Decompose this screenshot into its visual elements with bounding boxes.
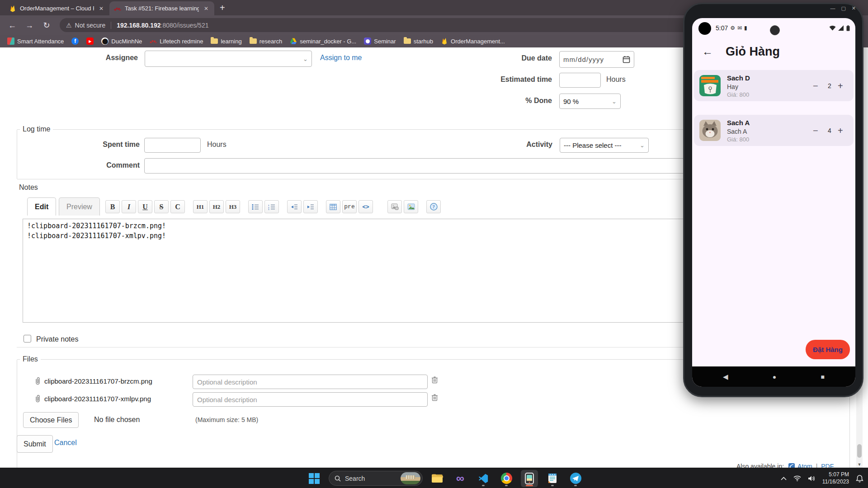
github-icon: ⬤ <box>101 38 108 45</box>
notification-bubble[interactable] <box>698 22 711 35</box>
nav-back-icon[interactable]: ◀ <box>723 373 728 381</box>
bookmark-folder-starhub[interactable]: starhub <box>404 38 433 45</box>
search-placeholder: Search <box>345 475 365 482</box>
cart-title: Giỏ Hàng <box>726 45 780 59</box>
bookmark-youtube[interactable]: ▶ <box>86 38 94 45</box>
bookmark-smart-attendance[interactable]: Smart Attendance <box>7 38 64 45</box>
scrollbar-thumb[interactable] <box>857 444 862 458</box>
nav-home-icon[interactable]: ● <box>773 373 776 380</box>
assignee-select[interactable]: ⌄ <box>145 51 312 67</box>
bookmark-github[interactable]: ⬤DucMinhNe <box>101 38 142 45</box>
bookmark-seminar[interactable]: Seminar <box>364 38 396 45</box>
address-bar[interactable]: ⚠ Not secure 192.168.80.192 :8080/issues… <box>60 18 756 32</box>
underline-button[interactable]: U <box>138 200 152 213</box>
assignee-label: Assignee <box>0 54 138 62</box>
taskbar: Search ∞ 5:07 PM 11/16/2023 <box>0 468 868 488</box>
tray-chevron-icon[interactable] <box>781 477 787 480</box>
maximize-icon[interactable]: ▢ <box>841 5 845 11</box>
cart-item-sach-d[interactable]: Sach D Hay Giá: 800 − 2 + <box>694 70 854 101</box>
reload-icon[interactable]: ↻ <box>40 19 53 32</box>
submit-button[interactable]: Submit <box>17 435 53 453</box>
bookmark-folder-research[interactable]: research <box>250 38 283 45</box>
item-price: Giá: 800 <box>727 136 749 143</box>
cart-item-sach-a[interactable]: Sach A Sach A Giá: 800 − 4 + <box>694 115 854 146</box>
close-icon[interactable]: ✕ <box>852 5 856 11</box>
strikethrough-button[interactable]: S <box>154 200 169 213</box>
notes-preview-tab[interactable]: Preview <box>59 197 100 216</box>
activity-select[interactable]: --- Please select ---⌄ <box>560 138 649 153</box>
attachment-description-input[interactable] <box>193 375 428 389</box>
visual-studio-icon[interactable]: ∞ <box>452 470 469 487</box>
tab-close-icon[interactable]: ✕ <box>98 5 105 12</box>
outdent-button[interactable] <box>287 200 302 213</box>
code-button[interactable]: <> <box>359 200 373 213</box>
private-notes-checkbox[interactable] <box>24 335 31 343</box>
help-icon[interactable]: ? <box>426 200 441 213</box>
emulator-taskbar-icon[interactable] <box>521 470 538 487</box>
decrease-quantity-button[interactable]: − <box>813 126 818 136</box>
table-button[interactable] <box>326 200 340 213</box>
new-tab-button[interactable]: + <box>220 3 225 13</box>
nav-recents-icon[interactable]: ■ <box>821 373 825 380</box>
bookmark-facebook[interactable]: f <box>71 38 79 45</box>
indent-button[interactable] <box>303 200 318 213</box>
estimated-time-input[interactable] <box>559 73 601 88</box>
back-icon[interactable]: ← <box>5 19 19 32</box>
minimize-icon[interactable]: — <box>830 5 835 11</box>
delete-attachment-icon[interactable] <box>431 376 438 384</box>
chevron-down-icon: ⌄ <box>640 142 645 149</box>
bookmark-folder-learning[interactable]: learning <box>211 38 241 45</box>
chrome-icon[interactable] <box>498 470 515 487</box>
vscode-icon[interactable] <box>475 470 492 487</box>
bold-button[interactable]: B <box>105 200 120 213</box>
choose-files-button[interactable]: Choose Files <box>23 412 79 428</box>
italic-button[interactable]: I <box>122 200 136 213</box>
bullet-list-button[interactable] <box>248 200 263 213</box>
tray-volume-icon[interactable] <box>808 475 816 482</box>
spent-time-input[interactable] <box>144 138 201 153</box>
cat-image <box>699 120 721 141</box>
percent-done-select[interactable]: 90 %⌄ <box>559 94 621 109</box>
taskbar-search[interactable]: Search <box>329 471 423 486</box>
inline-code-button[interactable]: C <box>170 200 185 213</box>
bookmark-ordermanagement[interactable]: OrderManagement... <box>441 38 505 45</box>
back-arrow-icon[interactable]: ← <box>702 45 713 58</box>
start-button[interactable] <box>306 470 323 487</box>
due-date-input[interactable]: mm/dd/yyyy <box>559 51 634 68</box>
numbered-list-button[interactable]: 123 <box>264 200 279 213</box>
forward-icon[interactable]: → <box>23 19 36 32</box>
assign-to-me-link[interactable]: Assign to me <box>320 54 362 62</box>
bookmark-gdrive[interactable]: seminar_docker - G... <box>290 38 356 45</box>
h3-button[interactable]: H3 <box>226 200 240 213</box>
delete-attachment-icon[interactable] <box>431 394 438 401</box>
taskbar-clock[interactable]: 5:07 PM 11/16/2023 <box>822 471 849 485</box>
notes-edit-tab[interactable]: Edit <box>27 197 56 216</box>
cancel-link[interactable]: Cancel <box>54 439 77 447</box>
decrease-quantity-button[interactable]: − <box>813 81 818 91</box>
attachment-filename: clipboard-202311161707-xmlpv.png <box>44 395 151 403</box>
notification-bell-icon[interactable] <box>856 474 863 483</box>
tab-ordermanagement[interactable]: OrderManagement – Cloud Fires ✕ <box>5 1 109 15</box>
increase-quantity-button[interactable]: + <box>838 126 843 136</box>
file-explorer-icon[interactable] <box>429 470 446 487</box>
h1-button[interactable]: H1 <box>193 200 208 213</box>
tab-task-521[interactable]: Task #521: Firebase learning pha ✕ <box>109 1 214 15</box>
url-host: 192.168.80.192 <box>117 22 160 29</box>
attachment-description-input[interactable] <box>193 392 428 407</box>
notepad-icon[interactable] <box>544 470 561 487</box>
image-button[interactable] <box>404 200 418 213</box>
calendar-icon[interactable] <box>623 56 630 63</box>
pre-button[interactable]: pre <box>342 200 357 213</box>
tab-close-icon[interactable]: ✕ <box>203 5 210 12</box>
increase-quantity-button[interactable]: + <box>838 81 843 91</box>
scrollbar-down-arrow[interactable]: ▼ <box>856 462 863 467</box>
bookmark-redmine[interactable]: Lifetech redmine <box>150 38 203 45</box>
attach-image-button[interactable] <box>387 200 402 213</box>
place-order-button[interactable]: Đặt Hàng <box>806 340 850 359</box>
tray-wifi-icon[interactable] <box>793 475 801 481</box>
telegram-icon[interactable] <box>567 470 584 487</box>
log-time-legend: Log time <box>20 125 53 133</box>
emulator-window-controls: — ▢ ✕ <box>830 5 856 11</box>
h2-button[interactable]: H2 <box>209 200 224 213</box>
seminar-icon <box>364 38 371 45</box>
